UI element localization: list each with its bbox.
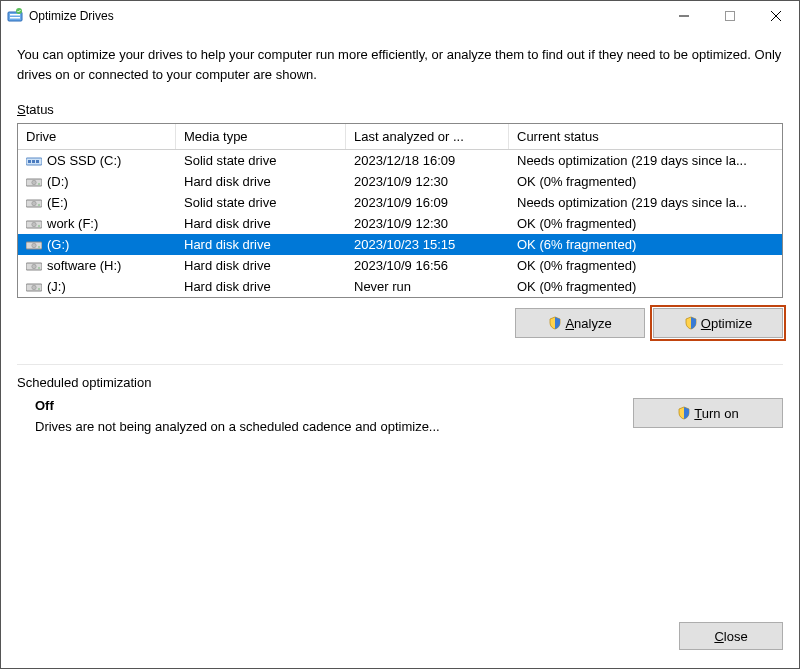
table-header: Drive Media type Last analyzed or ... Cu… <box>18 124 782 150</box>
svg-point-25 <box>32 264 36 268</box>
optimize-button[interactable]: Optimize <box>653 308 783 338</box>
window-title: Optimize Drives <box>29 9 114 23</box>
table-row[interactable]: (E:)Solid state drive2023/10/9 16:09Need… <box>18 192 782 213</box>
drive-media: Hard disk drive <box>176 213 346 234</box>
drive-media: Hard disk drive <box>176 276 346 297</box>
drive-name: (D:) <box>47 174 69 189</box>
col-last[interactable]: Last analyzed or ... <box>346 124 509 149</box>
table-row[interactable]: OS SSD (C:)Solid state drive2023/12/18 1… <box>18 150 782 171</box>
turn-on-button[interactable]: Turn on <box>633 398 783 428</box>
schedule-state: Off <box>35 398 621 413</box>
drive-last: 2023/10/9 12:30 <box>346 213 509 234</box>
table-row[interactable]: (J:)Hard disk driveNever runOK (0% fragm… <box>18 276 782 297</box>
analyze-button[interactable]: Analyze <box>515 308 645 338</box>
svg-rect-2 <box>10 17 20 19</box>
drive-icon <box>26 155 42 167</box>
minimize-button[interactable] <box>661 1 707 31</box>
svg-point-14 <box>38 183 40 185</box>
drive-icon <box>26 281 42 293</box>
drive-media: Solid state drive <box>176 150 346 171</box>
svg-rect-11 <box>36 160 39 163</box>
svg-point-23 <box>38 246 40 248</box>
titlebar: Optimize Drives <box>1 1 799 31</box>
drive-media: Solid state drive <box>176 192 346 213</box>
svg-point-20 <box>38 225 40 227</box>
table-row[interactable]: (D:)Hard disk drive2023/10/9 12:30OK (0%… <box>18 171 782 192</box>
drive-last: 2023/10/23 15:15 <box>346 234 509 255</box>
svg-point-29 <box>38 288 40 290</box>
status-label: Status <box>17 102 783 117</box>
drive-status: OK (0% fragmented) <box>509 255 782 276</box>
drive-last: 2023/10/9 16:09 <box>346 192 509 213</box>
table-row[interactable]: (G:)Hard disk drive2023/10/23 15:15OK (6… <box>18 234 782 255</box>
shield-icon <box>677 406 691 420</box>
drive-status: OK (0% fragmented) <box>509 171 782 192</box>
schedule-label: Scheduled optimization <box>17 375 783 390</box>
schedule-desc: Drives are not being analyzed on a sched… <box>35 419 621 434</box>
drive-name: work (F:) <box>47 216 98 231</box>
drive-name: software (H:) <box>47 258 121 273</box>
drive-name: (E:) <box>47 195 68 210</box>
svg-point-19 <box>32 222 36 226</box>
drive-media: Hard disk drive <box>176 255 346 276</box>
drive-last: 2023/10/9 12:30 <box>346 171 509 192</box>
close-window-button[interactable] <box>753 1 799 31</box>
drive-icon <box>26 176 42 188</box>
shield-icon <box>684 316 698 330</box>
drive-name: (G:) <box>47 237 69 252</box>
drive-icon <box>26 239 42 251</box>
table-row[interactable]: software (H:)Hard disk drive2023/10/9 16… <box>18 255 782 276</box>
close-button[interactable]: Close <box>679 622 783 650</box>
drives-table: Drive Media type Last analyzed or ... Cu… <box>17 123 783 298</box>
svg-point-28 <box>32 285 36 289</box>
drive-media: Hard disk drive <box>176 171 346 192</box>
svg-rect-10 <box>32 160 35 163</box>
shield-icon <box>548 316 562 330</box>
drive-name: OS SSD (C:) <box>47 153 121 168</box>
drive-last: 2023/10/9 16:56 <box>346 255 509 276</box>
drive-status: OK (0% fragmented) <box>509 213 782 234</box>
svg-point-26 <box>38 267 40 269</box>
svg-point-17 <box>38 204 40 206</box>
drive-status: Needs optimization (219 days since la... <box>509 150 782 171</box>
drive-icon <box>26 218 42 230</box>
drive-last: Never run <box>346 276 509 297</box>
drive-icon <box>26 197 42 209</box>
drive-name: (J:) <box>47 279 66 294</box>
maximize-button[interactable] <box>707 1 753 31</box>
svg-point-13 <box>32 180 36 184</box>
app-icon <box>7 8 23 24</box>
window-frame: Optimize Drives You can optimize your dr… <box>0 0 800 669</box>
col-status[interactable]: Current status <box>509 124 782 149</box>
table-row[interactable]: work (F:)Hard disk drive2023/10/9 12:30O… <box>18 213 782 234</box>
drive-last: 2023/12/18 16:09 <box>346 150 509 171</box>
svg-rect-9 <box>28 160 31 163</box>
svg-point-16 <box>32 201 36 205</box>
svg-point-22 <box>32 243 36 247</box>
col-drive[interactable]: Drive <box>18 124 176 149</box>
drive-status: Needs optimization (219 days since la... <box>509 192 782 213</box>
intro-text: You can optimize your drives to help you… <box>17 45 783 84</box>
drive-status: OK (0% fragmented) <box>509 276 782 297</box>
drive-status: OK (6% fragmented) <box>509 234 782 255</box>
svg-rect-1 <box>10 14 20 16</box>
col-media[interactable]: Media type <box>176 124 346 149</box>
svg-rect-5 <box>726 12 735 21</box>
drive-icon <box>26 260 42 272</box>
drive-media: Hard disk drive <box>176 234 346 255</box>
